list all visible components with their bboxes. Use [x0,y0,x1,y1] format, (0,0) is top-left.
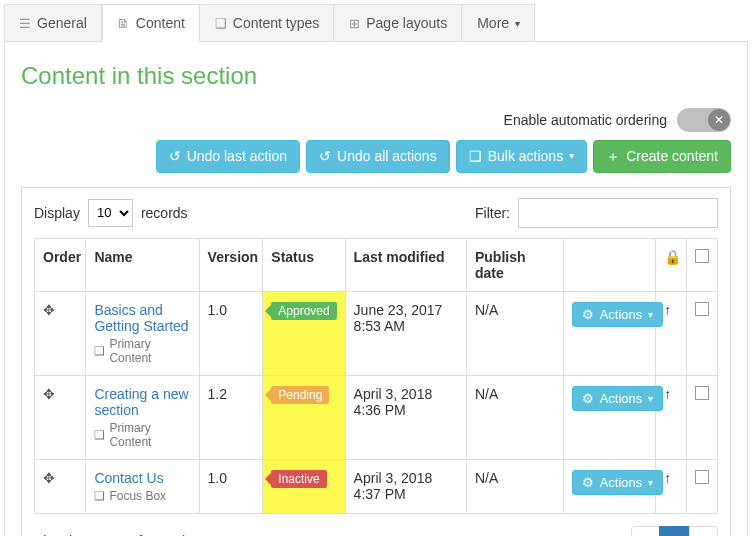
drag-handle-icon[interactable]: ✥ [43,386,55,402]
tab-label: Page layouts [366,15,447,31]
version-cell: 1.2 [199,375,263,459]
row-actions-button[interactable]: ⚙ Actions ▾ [572,386,664,412]
tab-label: More [477,15,509,31]
move-up-icon[interactable]: ↑ [664,386,671,402]
cubes-icon: ❑ [94,428,105,442]
bulk-actions-button[interactable]: ❑ Bulk actions ▾ [456,140,587,173]
row-checkbox[interactable] [695,386,709,400]
caret-down-icon: ▾ [515,18,520,29]
publish-date-cell: N/A [466,291,563,375]
caret-down-icon: ▾ [648,393,653,405]
content-subtype: ❑ Primary Content [94,421,190,449]
display-label: Display [34,205,80,221]
undo-icon: ↺ [319,148,331,165]
tabs: ☰ General 🗎 Content ❑ Content types ⊞ Pa… [4,4,748,42]
undo-last-button[interactable]: ↺ Undo last action [156,140,300,173]
document-icon: 🗎 [117,16,130,31]
plus-icon: ＋ [606,148,620,165]
row-actions-button[interactable]: ⚙ Actions ▾ [572,470,664,496]
page-current[interactable]: 1 [659,526,691,536]
ordering-row: Enable automatic ordering ✕ [21,108,731,132]
gear-icon: ⚙ [582,475,594,491]
cubes-icon: ❑ [94,344,105,358]
last-modified-cell: April 3, 2018 4:36 PM [345,375,466,459]
version-cell: 1.0 [199,459,263,513]
move-up-icon[interactable]: ↑ [664,470,671,486]
tab-more[interactable]: More ▾ [462,4,535,41]
button-label: Create content [626,148,718,165]
col-order[interactable]: Order [35,238,86,291]
col-actions [563,238,656,291]
gear-icon: ⚙ [582,307,594,323]
filter-label: Filter: [475,205,510,221]
table-row: ✥Creating a new section❑ Primary Content… [35,375,718,459]
records-label: records [141,205,188,221]
button-label: Undo last action [187,148,287,165]
content-subtype: ❑ Primary Content [94,337,190,365]
checkbox[interactable] [695,249,709,263]
row-actions-button[interactable]: ⚙ Actions ▾ [572,302,664,328]
table-footer: Showing 1 to 3 of 3 entries ‹ 1 › [34,526,718,536]
gear-icon: ⚙ [582,391,594,407]
tab-content-types[interactable]: ❑ Content types [200,4,334,41]
ordering-label: Enable automatic ordering [504,112,667,128]
col-lock[interactable]: 🔒 [656,238,687,291]
col-last-modified[interactable]: Last modified [345,238,466,291]
drag-handle-icon[interactable]: ✥ [43,470,55,486]
status-badge: Pending [271,386,329,404]
page-next[interactable]: › [689,526,718,536]
status-badge: Approved [271,302,336,320]
button-label: Undo all actions [337,148,437,165]
content-name-link[interactable]: Creating a new section [94,386,190,418]
publish-date-cell: N/A [466,375,563,459]
lock-icon: 🔒 [664,249,681,265]
filter-input[interactable] [518,198,718,228]
sliders-icon: ☰ [19,16,31,31]
table-container: Display 10 records Filter: Order Name [21,187,731,536]
cubes-icon: ❑ [94,489,105,503]
tab-content[interactable]: 🗎 Content [102,4,200,42]
publish-date-cell: N/A [466,459,563,513]
col-publish-date[interactable]: Publish date [466,238,563,291]
cubes-icon: ❑ [469,148,482,165]
last-modified-cell: April 3, 2018 4:37 PM [345,459,466,513]
undo-all-button[interactable]: ↺ Undo all actions [306,140,450,173]
caret-down-icon: ▾ [648,309,653,321]
col-select-all[interactable] [687,238,718,291]
row-checkbox[interactable] [695,470,709,484]
last-modified-cell: June 23, 2017 8:53 AM [345,291,466,375]
col-name[interactable]: Name [86,238,199,291]
table-row: ✥Basics and Getting Started❑ Primary Con… [35,291,718,375]
col-status[interactable]: Status [263,238,345,291]
create-content-button[interactable]: ＋ Create content [593,140,731,173]
move-up-icon[interactable]: ↑ [664,302,671,318]
panel: Content in this section Enable automatic… [4,42,748,536]
close-icon: ✕ [708,109,730,131]
row-checkbox[interactable] [695,302,709,316]
content-subtype: ❑ Focus Box [94,489,190,503]
button-label: Bulk actions [488,148,563,165]
caret-down-icon: ▾ [648,477,653,489]
ordering-toggle[interactable]: ✕ [677,108,731,132]
version-cell: 1.0 [199,291,263,375]
content-name-link[interactable]: Contact Us [94,470,190,486]
tab-label: Content types [233,15,319,31]
action-bar: ↺ Undo last action ↺ Undo all actions ❑ … [21,140,731,173]
table-row: ✥Contact Us❑ Focus Box1.0InactiveApril 3… [35,459,718,513]
content-name-link[interactable]: Basics and Getting Started [94,302,190,334]
table-header-row: Order Name Version Status Last modified … [35,238,718,291]
tab-general[interactable]: ☰ General [4,4,102,41]
tab-label: Content [136,15,185,31]
undo-icon: ↺ [169,148,181,165]
tab-page-layouts[interactable]: ⊞ Page layouts [334,4,462,41]
tab-label: General [37,15,87,31]
page-title: Content in this section [21,62,731,90]
page-size-select[interactable]: 10 [88,199,133,227]
status-badge: Inactive [271,470,326,488]
col-version[interactable]: Version [199,238,263,291]
page-prev[interactable]: ‹ [631,526,660,536]
pagination: ‹ 1 › [632,526,718,536]
drag-handle-icon[interactable]: ✥ [43,302,55,318]
caret-down-icon: ▾ [569,150,574,162]
content-table: Order Name Version Status Last modified … [34,238,718,514]
